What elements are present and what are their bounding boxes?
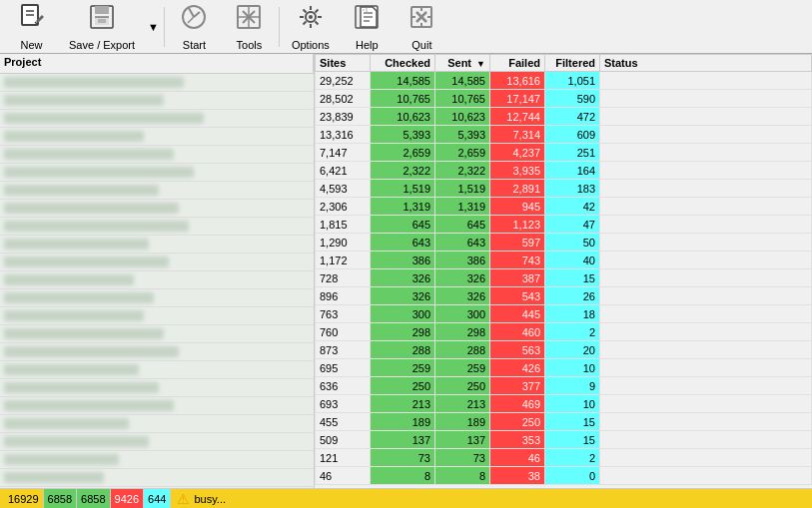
table-row: 2,3061,3191,31994542 [316,198,812,216]
project-row [0,361,314,379]
header-sites[interactable]: Sites [316,55,371,72]
cell-filtered: 47 [545,216,600,234]
cell-failed: 38 [490,467,545,485]
save-export-button[interactable]: Save / Export [59,2,145,52]
table-row: 6362502503779 [316,377,812,395]
cell-status [600,198,812,216]
table-row: 69321321346910 [316,395,812,413]
header-checked[interactable]: Checked [371,55,435,72]
cell-sent: 386 [435,252,490,269]
table-row: 1,8156456451,12347 [316,216,812,234]
cell-failed: 2,891 [490,180,545,198]
cell-status [600,162,812,180]
cell-failed: 7,314 [490,126,545,144]
cell-filtered: 251 [545,144,600,162]
status-message: busy... [194,493,226,505]
table-row: 72832632638715 [316,269,812,287]
start-label: Start [183,39,206,51]
cell-sites: 636 [316,377,371,395]
project-row [0,451,314,469]
save-export-arrow-button[interactable]: ▼ [145,2,162,52]
cell-checked: 1,319 [371,198,435,216]
cell-sites: 7,147 [316,144,371,162]
tools-button[interactable]: Tools [222,2,277,52]
cell-checked: 1,519 [371,180,435,198]
cell-sent: 288 [435,341,490,359]
quit-button[interactable]: Quit [395,2,449,52]
statusbar: 16929 6858 6858 9426 644 ⚠ busy... [0,488,812,508]
cell-status [600,449,812,467]
table-row: 45518918925015 [316,413,812,431]
cell-checked: 73 [371,449,435,467]
cell-filtered: 472 [545,108,600,126]
cell-filtered: 9 [545,377,600,395]
cell-failed: 377 [490,377,545,395]
svg-line-24 [303,9,306,12]
cell-status [600,323,812,341]
cell-status [600,269,812,287]
table-row: 4,5931,5191,5192,891183 [316,180,812,198]
cell-checked: 10,765 [371,90,435,108]
svg-line-27 [303,21,306,24]
cell-status [600,180,812,198]
cell-failed: 4,237 [490,144,545,162]
cell-filtered: 10 [545,395,600,413]
project-row [0,433,314,451]
cell-filtered: 2 [545,323,600,341]
cell-status [600,359,812,377]
right-panel[interactable]: Sites Checked Sent ▼ Failed Filtered Sta… [315,54,812,488]
cell-checked: 14,585 [371,72,435,90]
cell-sent: 643 [435,234,490,252]
cell-status [600,234,812,252]
cell-filtered: 609 [545,126,600,144]
cell-sites: 695 [316,359,371,377]
cell-checked: 213 [371,395,435,413]
cell-checked: 259 [371,359,435,377]
cell-sent: 2,659 [435,144,490,162]
new-button[interactable]: New [4,2,59,52]
cell-sites: 2,306 [316,198,371,216]
cell-checked: 250 [371,377,435,395]
table-row: 7602982984602 [316,323,812,341]
status-cells: 16929 6858 6858 9426 644 [4,489,171,509]
cell-sent: 10,623 [435,108,490,126]
help-button[interactable]: Help [340,2,395,52]
status-filtered: 644 [144,489,171,509]
cell-filtered: 15 [545,269,600,287]
save-export-group: Save / Export ▼ [59,2,162,52]
cell-checked: 288 [371,341,435,359]
cell-sent: 8 [435,467,490,485]
svg-line-26 [315,9,318,12]
cell-checked: 326 [371,287,435,305]
cell-status [600,305,812,323]
header-failed[interactable]: Failed [490,55,545,72]
svg-line-10 [189,8,194,17]
status-busy-area: ⚠ busy... [171,491,226,507]
project-row [0,415,314,433]
cell-sites: 13,316 [316,126,371,144]
header-filtered[interactable]: Filtered [545,55,600,72]
cell-sites: 23,839 [316,108,371,126]
table-row: 23,83910,62310,62312,744472 [316,108,812,126]
tools-icon [235,3,263,37]
start-button[interactable]: Start [167,2,222,52]
cell-sites: 29,252 [316,72,371,90]
cell-failed: 597 [490,234,545,252]
cell-status [600,395,812,413]
options-button[interactable]: Options [282,2,340,52]
cell-failed: 353 [490,431,545,449]
cell-status [600,252,812,269]
project-row [0,289,314,307]
cell-filtered: 50 [545,234,600,252]
header-sent[interactable]: Sent ▼ [435,55,490,72]
cell-checked: 300 [371,305,435,323]
cell-failed: 945 [490,198,545,216]
cell-status [600,90,812,108]
table-row: 1217373462 [316,449,812,467]
main-area: Project Sites Checked Sent ▼ Failed Filt… [0,54,812,488]
cell-filtered: 590 [545,90,600,108]
cell-checked: 2,659 [371,144,435,162]
cell-sites: 1,290 [316,234,371,252]
project-row [0,325,314,343]
help-label: Help [356,39,379,51]
